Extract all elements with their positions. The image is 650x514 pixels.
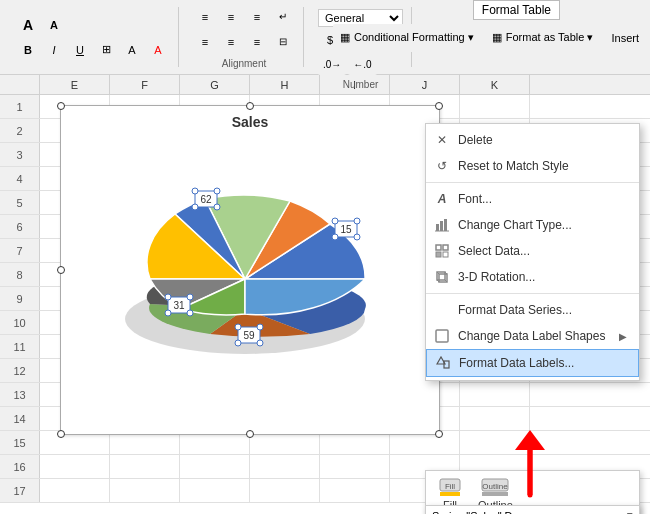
svg-rect-26: [440, 221, 443, 231]
row-number: 5: [0, 191, 40, 214]
menu-item-reset-style[interactable]: ↺ Reset to Match Style: [426, 153, 639, 179]
3d-rotation-icon: [434, 269, 450, 285]
menu-label-select-data: Select Data...: [458, 244, 530, 258]
svg-point-15: [165, 294, 171, 300]
cell[interactable]: [320, 479, 390, 502]
underline-btn[interactable]: U: [68, 39, 92, 61]
align-top-left-btn[interactable]: ≡: [193, 6, 217, 28]
cell[interactable]: [110, 455, 180, 478]
cell[interactable]: [250, 479, 320, 502]
align-left-btn[interactable]: ≡: [193, 31, 217, 53]
chart-container[interactable]: Sales: [60, 105, 440, 435]
svg-point-22: [257, 324, 263, 330]
conditional-formatting-label: Conditional Formatting ▾: [354, 31, 474, 44]
fill-icon: Fill: [438, 477, 462, 497]
svg-point-17: [165, 310, 171, 316]
menu-item-delete[interactable]: ✕ Delete: [426, 127, 639, 153]
align-center-btn[interactable]: ≡: [219, 31, 243, 53]
svg-point-6: [354, 234, 360, 240]
cell[interactable]: [180, 479, 250, 502]
svg-rect-29: [436, 245, 441, 250]
menu-separator-2: [426, 293, 639, 294]
svg-rect-43: [440, 492, 460, 496]
fill-color-btn[interactable]: A: [120, 39, 144, 61]
format-as-table-btn[interactable]: ▦ Format as Table ▾: [485, 24, 601, 52]
context-menu: ✕ Delete ↺ Reset to Match Style A Font..…: [425, 123, 640, 381]
row-number: 12: [0, 359, 40, 382]
col-header-g[interactable]: G: [180, 75, 250, 94]
menu-item-3d-rotation[interactable]: 3-D Rotation...: [426, 264, 639, 290]
row-number: 17: [0, 479, 40, 502]
chart-handle-tl: [57, 102, 65, 110]
red-arrow-annotation: [500, 425, 560, 508]
col-header-h[interactable]: H: [250, 75, 320, 94]
cell[interactable]: [460, 95, 530, 118]
series-dropdown-label: Series "Sales" D: [432, 510, 513, 515]
svg-point-5: [332, 234, 338, 240]
svg-rect-31: [436, 252, 441, 257]
font-row-2: B I U ⊞ A A: [16, 39, 170, 61]
svg-point-9: [192, 188, 198, 194]
svg-text:Fill: Fill: [445, 482, 455, 491]
align-top-right-btn[interactable]: ≡: [245, 6, 269, 28]
svg-point-10: [214, 188, 220, 194]
cell[interactable]: [460, 383, 530, 406]
italic-btn[interactable]: I: [42, 39, 66, 61]
col-header-e[interactable]: E: [40, 75, 110, 94]
format-data-series-icon: [434, 302, 450, 318]
font-size-decrease-btn[interactable]: A: [42, 14, 66, 36]
cell[interactable]: [40, 479, 110, 502]
menu-item-change-data-label-shapes[interactable]: Change Data Label Shapes ▶: [426, 323, 639, 349]
chart-handle-br: [435, 430, 443, 438]
formal-table-label: Formal Table: [473, 0, 560, 20]
menu-item-format-data-series[interactable]: Format Data Series...: [426, 297, 639, 323]
row-number: 11: [0, 335, 40, 358]
col-header-k[interactable]: K: [460, 75, 530, 94]
menu-item-select-data[interactable]: Select Data...: [426, 238, 639, 264]
menu-label-font: Font...: [458, 192, 492, 206]
select-data-icon: [434, 243, 450, 259]
cell[interactable]: [110, 479, 180, 502]
bold-btn[interactable]: B: [16, 39, 40, 61]
wrap-text-btn[interactable]: ↵: [271, 6, 295, 28]
svg-text:31: 31: [173, 300, 185, 311]
menu-item-font[interactable]: A Font...: [426, 186, 639, 212]
cell[interactable]: [180, 455, 250, 478]
menu-item-change-chart-type[interactable]: Change Chart Type...: [426, 212, 639, 238]
align-row-1: ≡ ≡ ≡ ↵: [193, 6, 295, 28]
row-number: 3: [0, 143, 40, 166]
row-number: 4: [0, 167, 40, 190]
number-label: Number: [318, 79, 403, 90]
spreadsheet-area: 1 2 3 4 5: [0, 95, 650, 514]
font-color-btn[interactable]: A: [146, 39, 170, 61]
merge-btn[interactable]: ⊟: [271, 31, 295, 53]
cell[interactable]: [40, 455, 110, 478]
border-btn[interactable]: ⊞: [94, 39, 118, 61]
row-number: 8: [0, 263, 40, 286]
pie-chart-svg: 15 62 31 59: [90, 149, 410, 379]
cell[interactable]: [250, 455, 320, 478]
insert-label: Insert: [611, 32, 639, 44]
row-number: 6: [0, 215, 40, 238]
align-right-btn[interactable]: ≡: [245, 31, 269, 53]
chart-handle-bl: [57, 430, 65, 438]
pie-chart-area: 15 62 31 59: [61, 134, 439, 394]
font-size-increase-btn[interactable]: A: [16, 14, 40, 36]
svg-rect-25: [436, 224, 439, 231]
col-header-f[interactable]: F: [110, 75, 180, 94]
conditional-formatting-btn[interactable]: ▦ Conditional Formatting ▾: [333, 24, 481, 52]
row-number: 14: [0, 407, 40, 430]
menu-separator-1: [426, 182, 639, 183]
insert-btn[interactable]: Insert: [604, 24, 646, 52]
alignment-group: ≡ ≡ ≡ ↵ ≡ ≡ ≡ ⊟ Alignment: [185, 7, 304, 67]
row-number: 15: [0, 431, 40, 454]
menu-label-reset-style: Reset to Match Style: [458, 159, 569, 173]
cell[interactable]: [320, 455, 390, 478]
svg-point-24: [257, 340, 263, 346]
svg-point-21: [235, 324, 241, 330]
row-number: 2: [0, 119, 40, 142]
svg-rect-27: [444, 219, 447, 231]
menu-item-format-data-labels[interactable]: Format Data Labels...: [426, 349, 639, 377]
align-top-center-btn[interactable]: ≡: [219, 6, 243, 28]
align-row-2: ≡ ≡ ≡ ⊟: [193, 31, 295, 53]
